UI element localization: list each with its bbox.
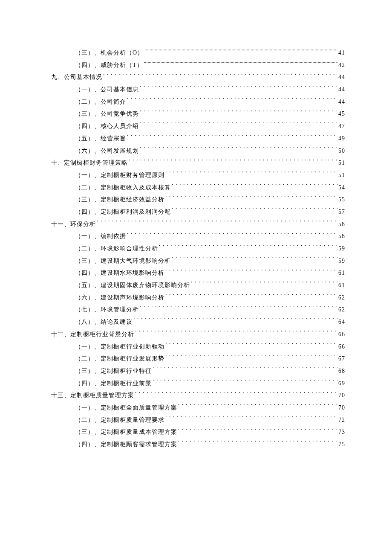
toc-entry: （二）、定制橱柜行业发展形势67 [75,353,345,365]
toc-title: （一）、定制橱柜行业创新驱动 [75,341,164,353]
toc-page-number: 61 [338,267,345,279]
toc-page-number: 69 [338,378,345,390]
toc-page-number: 59 [338,255,345,267]
toc-entry: （一）、公司基本信息44 [75,84,345,96]
toc-page-number: 54 [338,182,345,194]
toc-page-number: 58 [338,218,345,231]
toc-page-number: 67 [338,353,345,365]
toc-leader [144,49,337,55]
toc-entry: （四）、定制橱柜行业前景69 [75,378,345,390]
toc-title: （三）、定制橱柜质量成本管理方案 [75,426,177,439]
toc-page-number: 44 [338,71,345,84]
toc-leader [165,416,337,422]
toc-page-number: 50 [338,145,345,157]
toc-entry: （三）、公司竞争优势45 [75,108,345,120]
toc-title: （四）、威胁分析（T） [75,59,143,72]
toc-entry: 十二、定制橱柜行业背景分析66 [51,328,345,341]
toc-leader [165,171,337,177]
toc-entry: （四）、定制橱柜利润及利润分配57 [75,206,345,218]
toc-entry: （三）、定制橱柜经济效益分析55 [75,194,345,206]
toc-entry: （二）、定制橱柜收入及成本核算54 [75,182,345,194]
toc-leader [127,134,337,140]
toc-entry: （二）、定制橱柜质量管理要求72 [75,414,345,427]
toc-title: （一）、定制橱柜全面质量管理方案 [75,402,177,414]
toc-leader [103,73,337,79]
toc-page-number: 64 [338,316,345,328]
toc-page-number: 51 [338,157,345,169]
toc-leader [172,208,337,214]
toc-leader [140,305,337,311]
toc-leader [165,355,337,360]
toc-title: （一）、编制依据 [75,230,126,243]
toc-leader [140,122,337,128]
toc-leader [140,110,337,116]
toc-title: （三）、定制橱柜经济效益分析 [75,194,164,206]
toc-title: （八）、结论及建议 [75,316,133,328]
toc-title: （六）、公司发展规划 [75,145,139,157]
toc-leader [178,428,337,434]
toc-entry: （四）、威胁分析（T）42 [75,59,345,72]
toc-leader [135,391,337,397]
toc-title: （五）、建设期固体废弃物环境影响分析 [75,279,190,292]
toc-entry: （一）、定制橱柜全面质量管理方案70 [75,402,345,414]
toc-page-number: 42 [338,59,345,72]
toc-leader [165,343,337,349]
toc-page-number: 44 [338,96,345,108]
toc-entry: （六）、建设期声环境影响分析62 [75,292,345,304]
toc-entry: 十、定制橱柜财务管理策略51 [51,157,345,169]
toc-leader [127,98,337,104]
toc-leader [165,195,337,201]
toc-leader [153,367,337,373]
toc-entry: （二）、公司简介44 [75,96,345,108]
toc-leader [127,232,337,238]
toc-leader [153,379,337,385]
toc-leader [97,220,337,226]
toc-title: 十、定制橱柜财务管理策略 [51,157,128,169]
toc-entry: （四）、建设期水环境影响分析61 [75,267,345,279]
toc-page-number: 66 [338,341,345,353]
toc-page-number: 41 [338,47,345,59]
toc-entry: （一）、定制橱柜行业创新驱动66 [75,341,345,353]
toc-title: （七）、环境管理分析 [75,304,139,316]
toc-title: （二）、公司简介 [75,96,126,108]
toc-page-number: 55 [338,194,345,206]
toc-leader [129,159,337,165]
toc-entry: （四）、核心人员介绍47 [75,120,345,133]
toc-title: （三）、公司竞争优势 [75,108,139,120]
toc-leader [140,85,337,91]
toc-page-number: 57 [338,206,345,218]
toc-page-number: 49 [338,133,345,145]
toc-page-number: 47 [338,120,345,133]
toc-title: （二）、定制橱柜行业发展形势 [75,353,164,365]
toc-title: 十二、定制橱柜行业背景分析 [51,328,134,341]
toc-page: （三）、机会分析（O）41（四）、威胁分析（T）42九、公司基本情况44（一）、… [0,0,392,451]
toc-entry: 九、公司基本情况44 [51,71,345,84]
toc-leader [165,293,337,299]
toc-leader [172,257,337,263]
toc-entry: （六）、公司发展规划50 [75,145,345,157]
toc-title: （四）、定制橱柜行业前景 [75,378,152,390]
toc-entry: 十一、环保分析58 [51,218,345,231]
toc-page-number: 70 [338,402,345,414]
toc-entry: （三）、机会分析（O）41 [75,47,345,59]
toc-entry: （八）、结论及建议64 [75,316,345,328]
toc-title: （四）、定制橱柜顾客需求管理方案 [75,439,177,451]
toc-leader [140,147,337,153]
toc-page-number: 73 [338,426,345,439]
toc-leader [133,318,337,324]
toc-title: （四）、定制橱柜利润及利润分配 [75,206,171,218]
toc-page-number: 62 [338,292,345,304]
toc-page-number: 70 [338,389,345,402]
toc-page-number: 58 [338,230,345,243]
toc-title: （一）、公司基本信息 [75,84,139,96]
toc-page-number: 61 [338,279,345,292]
toc-entry: （一）、编制依据58 [75,230,345,243]
toc-page-number: 51 [338,169,345,182]
toc-page-number: 59 [338,243,345,255]
toc-page-number: 72 [338,414,345,427]
toc-entry: （三）、定制橱柜质量成本管理方案73 [75,426,345,439]
toc-title: （三）、建设期大气环境影响分析 [75,255,171,267]
toc-page-number: 45 [338,108,345,120]
toc-title: （二）、环境影响合理性分析 [75,243,158,255]
toc-title: 九、公司基本情况 [51,71,102,84]
